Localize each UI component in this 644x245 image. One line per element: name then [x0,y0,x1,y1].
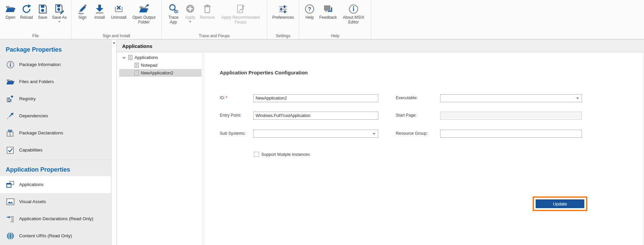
tree-root-applications[interactable]: Applications [119,54,202,61]
sidebar-item-content-uris[interactable]: Content URIs (Read Only) [0,227,111,244]
sidebar-item-package-declarations[interactable]: Package Declarations [0,124,111,141]
registry-icon [6,95,15,103]
sidebar-item-application-declarations[interactable]: Application Declarations (Read Only) [0,210,111,227]
applications-icon [6,180,15,189]
document-icon [135,63,139,68]
dependencies-icon [6,112,15,120]
save-as-icon [54,3,65,14]
tree-item-notepad[interactable]: Notepad [119,61,202,69]
install-button[interactable]: Install [91,2,108,20]
support-multiple-instances-checkbox[interactable] [254,152,259,157]
ribbon-group-help-label: Help [299,34,371,38]
save-as-button-label: Save As [52,15,67,20]
about-msix-editor-button[interactable]: About MSIX Editor [339,2,368,24]
executable-combobox[interactable] [440,94,582,102]
ribbon-toolbar: Open Reload Save Save As [0,0,644,40]
help-button[interactable]: ? Help [302,2,317,20]
sidebar-item-label: Registry [19,96,36,101]
sidebar-item-dependencies[interactable]: Dependencies [0,107,111,124]
application-properties-form: Application Properties Configuration ID:… [205,53,643,245]
sidebar-item-label: Dependencies [19,113,48,118]
apply-button: Apply [182,2,198,22]
uninstall-button[interactable]: Uninstall [108,2,129,20]
sidebar-section-application-properties: Application Properties [0,163,111,176]
ribbon-group-trace-fixups-label: Trace and Fixups [162,34,267,38]
apply-button-label: Apply [185,15,195,20]
open-button[interactable]: Open [3,2,18,20]
sign-button[interactable]: Sign [74,2,91,20]
ribbon-group-help: ? Help Feedback About MSIX Editor Help [299,0,371,39]
panel-title: Applications [117,40,644,52]
chevron-down-icon [58,21,61,22]
remove-button-label: Remove [200,15,215,20]
sidebar-item-files-and-folders[interactable]: Files and Folders [0,73,111,90]
combo-arrow-icon [373,133,375,135]
sub-systems-combobox[interactable] [253,130,378,138]
update-button[interactable]: Update [536,199,584,208]
install-button-label: Install [94,15,105,20]
sidebar-item-label: Package Information [19,62,61,67]
sidebar-item-package-information[interactable]: Package Information [0,56,111,73]
resource-group-input[interactable] [440,130,582,138]
feedback-button-label: Feedback [319,15,337,20]
required-asterisk: * [226,96,227,100]
open-output-folder-icon [139,3,149,14]
ribbon-group-sign-install: Sign Install Uninstall Open Output Folde… [71,0,162,39]
package-declarations-icon [6,129,15,137]
feedback-icon [323,3,333,14]
panel-splitter[interactable] [202,53,205,245]
sidebar-divider [4,160,111,160]
tree-item-newapplication2[interactable]: NewApplication2 [119,69,202,77]
trace-app-button-label: Trace App [164,15,182,24]
ribbon-group-file-label: File [0,34,71,38]
reload-button[interactable]: Reload [18,2,35,20]
open-output-folder-button[interactable]: Open Output Folder [129,2,159,24]
sidebar-item-label: Files and Folders [19,79,54,84]
form-title: Application Properties Configuration [220,70,308,75]
apply-recommended-fixups-button: Apply Recommended Fixups [217,2,264,24]
open-folder-icon [5,3,16,14]
chevron-down-icon [122,56,126,60]
resource-group-label: Resource Group: [396,131,428,136]
about-info-icon [348,3,359,14]
scrollbar-up-arrow[interactable] [111,40,116,46]
sidebar-scrollbar[interactable] [111,40,117,245]
svg-text:?: ? [308,6,311,12]
combo-arrow-icon [576,98,579,99]
content-uris-icon [6,232,15,240]
sidebar-item-registry[interactable]: Registry [0,90,111,107]
remove-button: Remove [198,2,217,20]
reload-button-label: Reload [20,15,33,20]
remove-trash-icon [202,3,213,14]
support-multiple-instances-label: Support Mutiple Instances [261,152,310,157]
ribbon-group-settings: Preferences Settings [267,0,299,39]
applications-tree: Applications Notepad NewApplication2 [119,54,202,77]
capabilities-icon [6,146,15,155]
about-msix-editor-button-label: About MSIX Editor [339,15,368,24]
sidebar-item-applications[interactable]: Applications [0,176,111,193]
ribbon-group-file: Open Reload Save Save As [0,0,71,39]
start-page-input [440,112,582,120]
open-button-label: Open [5,15,15,20]
main-content: Applications Applications Notepad NewApp… [117,40,644,245]
chevron-down-icon [189,21,192,22]
id-input[interactable] [253,94,378,102]
feedback-button[interactable]: Feedback [317,2,339,20]
install-arrow-icon [94,3,105,14]
help-icon: ? [304,3,315,14]
sidebar-item-label: Visual Assets [19,199,46,204]
tree-node-label: NewApplication2 [141,70,173,75]
triangle-up-icon [113,42,115,44]
sidebar-item-capabilities[interactable]: Capabilities [0,141,111,159]
package-information-icon [6,60,15,69]
sub-systems-label: Sub Systems: [220,131,246,136]
entry-point-input[interactable] [253,112,378,120]
preferences-button-label: Preferences [272,15,294,20]
preferences-button[interactable]: Preferences [270,2,296,20]
trace-app-button[interactable]: Trace App [164,2,182,24]
sidebar-item-label: Application Declarations (Read Only) [19,216,93,221]
uninstall-icon [113,3,124,14]
save-as-button[interactable]: Save As [50,2,68,22]
save-button[interactable]: Save [35,2,50,20]
sidebar-item-visual-assets[interactable]: Visual Assets [0,193,111,210]
